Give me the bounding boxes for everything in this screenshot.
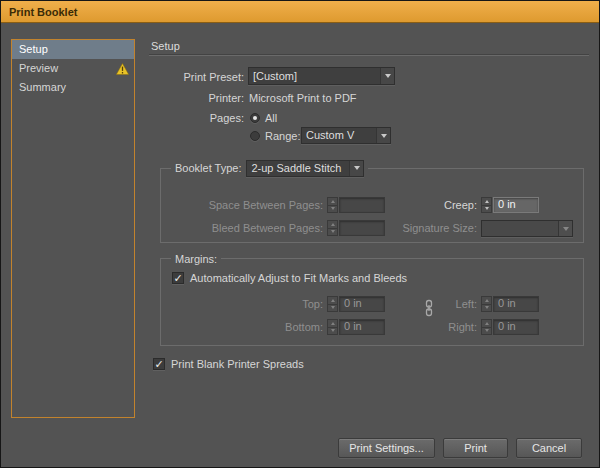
signature-size-value: [482, 221, 558, 236]
margin-left-stepper: [481, 296, 492, 312]
window-title: Print Booklet: [9, 6, 77, 18]
print-blank-spreads-label: Print Blank Printer Spreads: [171, 356, 304, 372]
sidebar-item-setup[interactable]: Setup: [12, 40, 134, 59]
stepper-up-arrow: [481, 296, 492, 304]
stepper-down-arrow: [327, 228, 338, 237]
chevron-down-icon: [558, 221, 572, 236]
margin-top-field: 0 in: [339, 296, 385, 312]
pages-sidebar: Setup Preview Summary: [11, 39, 135, 418]
pages-range-label: Range:: [265, 128, 300, 144]
sidebar-item-label: Setup: [19, 43, 48, 55]
print-preset-label: Print Preset:: [121, 68, 244, 86]
bleed-between-pages-stepper: [327, 220, 338, 236]
field-value: 0 in: [498, 198, 534, 211]
stepper-up-arrow: [481, 319, 492, 327]
margin-left-label: Left:: [405, 296, 477, 312]
stepper-down-arrow: [327, 205, 338, 214]
bleed-between-pages-label: Bleed Between Pages:: [163, 220, 323, 236]
sidebar-item-label: Summary: [19, 81, 66, 93]
space-between-pages-label: Space Between Pages:: [163, 197, 323, 213]
check-mark-icon: ✓: [154, 359, 164, 369]
creep-field[interactable]: 0 in: [493, 197, 539, 213]
check-mark-icon: ✓: [173, 273, 183, 283]
printer-label: Printer:: [121, 90, 244, 106]
print-preset-dropdown[interactable]: [Custom]: [248, 67, 395, 85]
sidebar-item-summary[interactable]: Summary: [12, 78, 134, 97]
chevron-down-icon: [380, 68, 394, 84]
signature-size-label: Signature Size:: [385, 220, 477, 236]
pages-label: Pages:: [121, 110, 244, 126]
margin-right-label: Right:: [405, 319, 477, 335]
stepper-up-arrow: [327, 296, 338, 304]
space-between-pages-stepper: [327, 197, 338, 213]
pages-all-radio[interactable]: [250, 113, 260, 123]
sidebar-item-preview[interactable]: Preview: [12, 59, 134, 78]
stepper-down-arrow: [481, 327, 492, 336]
page-range-value: Custom V: [302, 128, 376, 143]
margin-bottom-field: 0 in: [339, 319, 385, 335]
pages-all-label: All: [265, 110, 277, 126]
margin-right-stepper: [481, 319, 492, 335]
window-titlebar[interactable]: Print Booklet: [1, 1, 599, 23]
stepper-up-arrow: [327, 197, 338, 205]
stepper-up-arrow: [327, 220, 338, 228]
space-between-pages-field: [339, 197, 385, 213]
booklet-type-legend: Booklet Type: 2-up Saddle Stitch: [171, 159, 368, 177]
stepper-up-arrow[interactable]: [481, 197, 492, 205]
page-range-dropdown[interactable]: Custom V: [301, 127, 391, 144]
margins-group: Margins: ✓ Automatically Adjust to Fit M…: [160, 258, 584, 346]
print-blank-spreads-checkbox[interactable]: ✓: [153, 358, 165, 370]
creep-label: Creep:: [405, 197, 477, 213]
field-value: 0 in: [498, 320, 534, 333]
margin-right-field: 0 in: [493, 319, 539, 335]
cancel-button[interactable]: Cancel: [516, 438, 582, 458]
field-value: 0 in: [344, 297, 380, 310]
print-settings-button[interactable]: Print Settings...: [338, 438, 435, 458]
auto-adjust-checkbox[interactable]: ✓: [172, 272, 184, 284]
booklet-type-value: 2-up Saddle Stitch: [247, 161, 349, 176]
margin-bottom-label: Bottom:: [163, 319, 323, 335]
printer-value: Microsoft Print to PDF: [249, 90, 357, 106]
margin-top-stepper: [327, 296, 338, 312]
stepper-down-arrow: [327, 327, 338, 336]
stepper-down-arrow: [327, 304, 338, 313]
booklet-type-dropdown[interactable]: 2-up Saddle Stitch: [246, 160, 364, 177]
heading-divider: [149, 54, 589, 56]
chevron-down-icon: [376, 128, 390, 143]
margin-top-label: Top:: [163, 296, 323, 312]
booklet-type-label: Booklet Type:: [175, 162, 241, 174]
booklet-type-group: Booklet Type: 2-up Saddle Stitch Space B…: [160, 168, 584, 243]
panel-heading: Setup: [151, 40, 180, 52]
field-value: 0 in: [498, 297, 534, 310]
print-booklet-dialog: Print Booklet Setup Preview Summary Setu…: [0, 0, 600, 468]
signature-size-dropdown: [481, 220, 573, 237]
margins-legend: Margins:: [171, 250, 221, 268]
sidebar-item-label: Preview: [19, 62, 58, 74]
chain-link-icon: [423, 299, 435, 317]
chevron-down-icon: [349, 161, 363, 176]
creep-stepper: [481, 197, 492, 213]
margins-label: Margins:: [175, 253, 217, 265]
print-preset-value: [Custom]: [249, 68, 380, 84]
stepper-down-arrow: [481, 304, 492, 313]
auto-adjust-label: Automatically Adjust to Fit Marks and Bl…: [190, 270, 407, 286]
stepper-down-arrow[interactable]: [481, 205, 492, 214]
field-value: 0 in: [344, 320, 380, 333]
margin-bottom-stepper: [327, 319, 338, 335]
pages-range-radio[interactable]: [250, 131, 260, 141]
print-button[interactable]: Print: [443, 438, 508, 458]
stepper-up-arrow: [327, 319, 338, 327]
bleed-between-pages-field: [339, 220, 385, 236]
margin-left-field: 0 in: [493, 296, 539, 312]
